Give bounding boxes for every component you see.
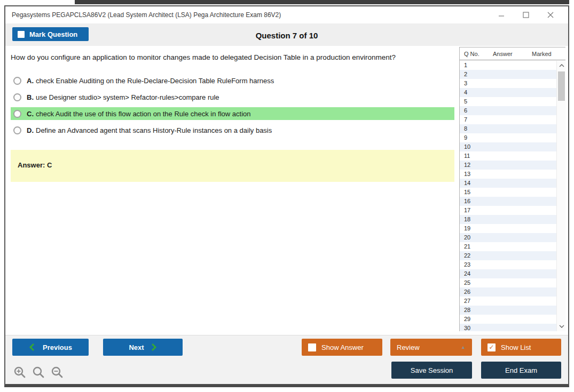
question-text: How do you configure an application to m… bbox=[11, 53, 454, 61]
question-list-row[interactable]: 6 bbox=[460, 106, 556, 115]
column-answer: Answer bbox=[493, 51, 513, 57]
column-q-no: Q No. bbox=[464, 51, 479, 57]
question-list-row[interactable]: 7 bbox=[460, 115, 556, 124]
question-list-row[interactable]: 30 bbox=[460, 324, 556, 331]
radio-icon[interactable] bbox=[13, 110, 21, 118]
question-list-row[interactable]: 24 bbox=[460, 269, 556, 278]
close-button[interactable] bbox=[538, 6, 563, 23]
question-list-row[interactable]: 17 bbox=[460, 206, 556, 215]
radio-icon[interactable] bbox=[13, 126, 21, 134]
question-list-row[interactable]: 9 bbox=[460, 133, 556, 142]
question-list-row[interactable]: 2 bbox=[460, 70, 556, 79]
background-window-strip bbox=[75, 0, 569, 4]
question-list-row[interactable]: 11 bbox=[460, 151, 556, 161]
footer-bar: Previous Next Show Answer Review ▲ ✓ Sho… bbox=[5, 335, 568, 384]
question-list-row[interactable]: 25 bbox=[460, 278, 556, 287]
answer-box: Answer: C bbox=[11, 150, 454, 182]
show-list-button[interactable]: ✓ Show List bbox=[481, 339, 561, 356]
option-b[interactable]: B.use Designer studio> system> Refactor-… bbox=[11, 91, 454, 103]
end-exam-label: End Exam bbox=[505, 366, 537, 374]
show-answer-button[interactable]: Show Answer bbox=[302, 339, 382, 356]
scroll-down-button[interactable] bbox=[557, 322, 566, 331]
question-list-row[interactable]: 3 bbox=[460, 79, 556, 88]
header-strip: Mark Question Question 7 of 10 bbox=[5, 23, 568, 46]
question-list-panel: Q No. Answer Marked 12345678910111213141… bbox=[459, 47, 565, 331]
question-counter: Question 7 of 10 bbox=[5, 31, 568, 40]
end-exam-button[interactable]: End Exam bbox=[481, 362, 561, 379]
question-list-row[interactable]: 28 bbox=[460, 306, 556, 315]
check-icon: ✓ bbox=[489, 344, 494, 350]
show-list-label: Show List bbox=[501, 343, 531, 351]
radio-icon[interactable] bbox=[13, 93, 21, 101]
window-controls bbox=[489, 6, 563, 23]
question-list-row[interactable]: 18 bbox=[460, 215, 556, 224]
option-text: D.Define an Advanced agent that scans Hi… bbox=[27, 126, 272, 134]
option-a[interactable]: A.check Enable Auditing on the Rule-Decl… bbox=[11, 74, 454, 87]
next-button[interactable]: Next bbox=[103, 339, 183, 356]
question-list-row[interactable]: 16 bbox=[460, 197, 556, 206]
question-list-row[interactable]: 12 bbox=[460, 161, 556, 170]
save-session-label: Save Session bbox=[411, 366, 453, 374]
option-d[interactable]: D.Define an Advanced agent that scans Hi… bbox=[11, 124, 454, 137]
window-title: Pegasystems PEGAPCLSA86V2 (Lead System A… bbox=[12, 11, 281, 19]
question-list-row[interactable]: 15 bbox=[460, 188, 556, 197]
exam-window: Pegasystems PEGAPCLSA86V2 (Lead System A… bbox=[4, 5, 569, 387]
zoom-toolbar bbox=[13, 366, 65, 381]
question-list-row[interactable]: 5 bbox=[460, 97, 556, 106]
close-icon bbox=[547, 12, 554, 18]
show-answer-checkbox[interactable] bbox=[308, 343, 316, 351]
option-text: C.check Audit the use of this flow actio… bbox=[27, 110, 251, 118]
maximize-button[interactable] bbox=[514, 6, 538, 23]
question-list-row[interactable]: 10 bbox=[460, 142, 556, 151]
question-list-row[interactable]: 27 bbox=[460, 297, 556, 306]
question-list-row[interactable]: 8 bbox=[460, 124, 556, 133]
question-list-row[interactable]: 23 bbox=[460, 260, 556, 269]
minimize-icon bbox=[498, 12, 505, 18]
question-list-scrollbar[interactable] bbox=[556, 61, 565, 331]
options-list: A.check Enable Auditing on the Rule-Decl… bbox=[11, 74, 454, 140]
chevron-up-icon bbox=[559, 64, 564, 67]
question-list-row[interactable]: 22 bbox=[460, 251, 556, 260]
caret-up-icon: ▲ bbox=[461, 345, 466, 350]
question-list-row[interactable]: 4 bbox=[460, 88, 556, 97]
scroll-up-button[interactable] bbox=[557, 61, 566, 70]
question-list-row[interactable]: 29 bbox=[460, 315, 556, 324]
question-list-row[interactable]: 1 bbox=[460, 61, 556, 70]
question-list-header: Q No. Answer Marked bbox=[460, 47, 565, 60]
chevron-down-icon bbox=[559, 325, 564, 328]
answer-label: Answer: C bbox=[18, 161, 52, 169]
option-text: A.check Enable Auditing on the Rule-Decl… bbox=[27, 77, 274, 85]
show-list-checkbox[interactable]: ✓ bbox=[487, 343, 496, 351]
option-c[interactable]: C.check Audit the use of this flow actio… bbox=[11, 107, 454, 120]
question-list-row[interactable]: 14 bbox=[460, 179, 556, 188]
next-label: Next bbox=[129, 343, 144, 351]
question-list-row[interactable]: 13 bbox=[460, 170, 556, 179]
question-list-row[interactable]: 21 bbox=[460, 242, 556, 251]
previous-label: Previous bbox=[43, 343, 72, 351]
zoom-reset-icon[interactable] bbox=[32, 366, 46, 381]
zoom-in-icon[interactable] bbox=[13, 366, 27, 381]
radio-icon[interactable] bbox=[13, 77, 21, 85]
option-text: B.use Designer studio> system> Refactor-… bbox=[27, 93, 219, 101]
save-session-button[interactable]: Save Session bbox=[391, 362, 472, 379]
review-label: Review bbox=[397, 343, 420, 351]
review-dropdown[interactable]: Review ▲ bbox=[390, 339, 472, 356]
question-list: 1234567891011121314151617181920212223242… bbox=[460, 61, 556, 331]
question-list-row[interactable]: 26 bbox=[460, 287, 556, 297]
chevron-left-icon bbox=[29, 343, 34, 351]
previous-button[interactable]: Previous bbox=[12, 339, 89, 356]
scrollbar-thumb[interactable] bbox=[558, 71, 565, 101]
question-list-row[interactable]: 20 bbox=[460, 233, 556, 242]
column-marked: Marked bbox=[532, 51, 552, 57]
maximize-icon bbox=[523, 12, 529, 18]
titlebar: Pegasystems PEGAPCLSA86V2 (Lead System A… bbox=[5, 6, 568, 23]
minimize-button[interactable] bbox=[489, 6, 514, 23]
zoom-out-icon[interactable] bbox=[51, 366, 65, 381]
question-list-row[interactable]: 19 bbox=[460, 224, 556, 233]
show-answer-label: Show Answer bbox=[321, 343, 364, 351]
chevron-right-icon bbox=[152, 343, 157, 351]
